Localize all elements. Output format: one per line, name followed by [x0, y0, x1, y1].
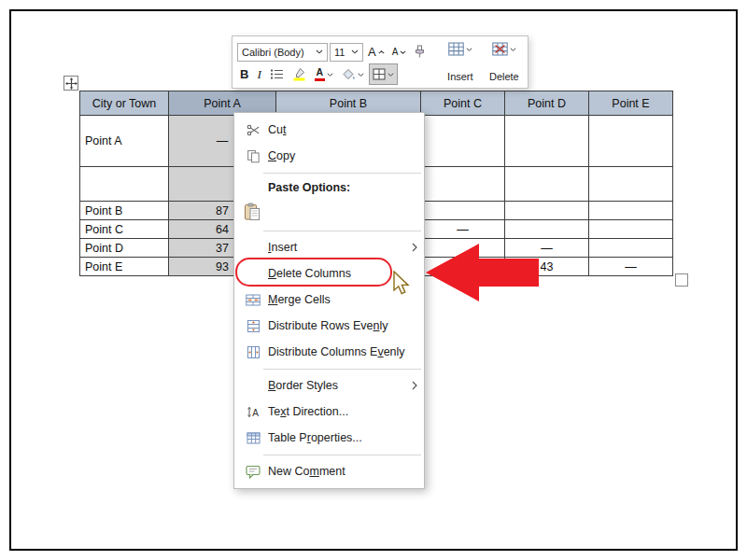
- value-cell[interactable]: [589, 239, 673, 258]
- menu-item-label: Table Properties...: [268, 431, 362, 444]
- highlight-circle-annotation: [235, 258, 392, 287]
- menu-item-insert[interactable]: Insert: [235, 234, 423, 260]
- menu-item-label: New Comment: [268, 465, 345, 478]
- submenu-arrow-icon: [412, 381, 417, 390]
- chevron-down-icon: [510, 48, 516, 51]
- merge-cells-icon: [243, 293, 263, 307]
- value-cell[interactable]: [589, 220, 673, 239]
- row-label-point-c[interactable]: Point C: [80, 220, 169, 239]
- menu-separator: [263, 369, 421, 370]
- font-color-button[interactable]: A: [312, 64, 336, 84]
- shading-bucket-icon: [342, 68, 356, 81]
- mini-toolbar: Calibri (Body) 11 A A: [232, 35, 529, 89]
- table-properties-icon: [243, 431, 263, 445]
- value-cell[interactable]: —: [589, 258, 673, 276]
- menu-item-label: Text Direction...: [268, 405, 348, 418]
- column-header-city-or-town[interactable]: City or Town: [80, 91, 169, 116]
- insert-button[interactable]: Insert: [438, 38, 482, 86]
- menu-item-border-styles[interactable]: Border Styles: [235, 372, 423, 399]
- chevron-down-icon: [466, 48, 472, 51]
- menu-item-new-comment[interactable]: New Comment: [235, 458, 423, 484]
- value-cell[interactable]: [505, 116, 589, 167]
- row-label-point-a[interactable]: Point A: [80, 116, 169, 167]
- font-size-value: 11: [334, 47, 345, 58]
- menu-item-label: Insert: [268, 241, 297, 254]
- format-painter-icon: [414, 45, 426, 59]
- value-cell[interactable]: [421, 202, 505, 220]
- bullets-button[interactable]: [267, 64, 287, 84]
- menu-section-paste-options: Paste Options:: [235, 176, 423, 199]
- menu-item-table-properties[interactable]: Table Properties...: [235, 425, 423, 451]
- highlight-color-button[interactable]: [289, 64, 309, 84]
- chevron-down-icon: [351, 49, 359, 54]
- move-cross-icon: [65, 77, 78, 90]
- highlighter-icon: [292, 67, 306, 81]
- menu-separator: [263, 231, 421, 231]
- shrink-font-label: A: [392, 48, 399, 57]
- table-move-handle[interactable]: [63, 76, 78, 91]
- borders-button[interactable]: [370, 64, 397, 84]
- menu-item-copy[interactable]: Copy: [235, 143, 423, 169]
- value-cell[interactable]: [421, 116, 505, 167]
- menu-item-distribute-rows-evenly[interactable]: Distribute Rows Evenly: [235, 313, 423, 339]
- delete-button-label: Delete: [489, 71, 519, 82]
- chevron-down-icon: [388, 73, 394, 77]
- menu-item-label: Distribute Rows Evenly: [268, 319, 388, 332]
- value-cell[interactable]: [421, 167, 505, 202]
- menu-item-label: Border Styles: [268, 379, 338, 392]
- caret-up-icon: [378, 50, 385, 54]
- text-direction-icon: A: [243, 405, 263, 419]
- value-cell[interactable]: [505, 220, 589, 239]
- font-name-value: Calibri (Body): [242, 47, 304, 58]
- row-label-point-e[interactable]: Point E: [80, 258, 169, 276]
- value-cell[interactable]: [589, 167, 673, 202]
- mini-toolbar-right: Insert Delete: [436, 36, 528, 88]
- chevron-down-icon: [358, 73, 364, 77]
- menu-item-label: Copy: [268, 149, 295, 162]
- grow-font-button[interactable]: A: [365, 42, 388, 62]
- borders-grid-icon: [373, 68, 386, 80]
- chevron-down-icon: [327, 73, 333, 77]
- value-cell[interactable]: —: [421, 220, 505, 239]
- grow-font-label: A: [368, 46, 376, 58]
- column-header-point-e[interactable]: Point E: [589, 91, 673, 116]
- menu-separator: [263, 455, 421, 455]
- paste-option-button[interactable]: [235, 199, 423, 227]
- table-resize-handle[interactable]: [675, 273, 688, 287]
- context-menu: CutCopyPaste Options:InsertDelete Column…: [233, 112, 425, 489]
- delete-table-icon: [492, 42, 508, 56]
- svg-text:A: A: [252, 407, 259, 417]
- value-cell[interactable]: [505, 202, 589, 220]
- value-cell[interactable]: [589, 116, 673, 167]
- menu-item-text-direction[interactable]: AText Direction...: [235, 399, 423, 425]
- insert-button-label: Insert: [447, 71, 473, 82]
- menu-item-distribute-columns-evenly[interactable]: Distribute Columns Evenly: [235, 339, 423, 365]
- menu-separator: [263, 173, 421, 174]
- copy-icon: [243, 149, 263, 163]
- column-header-point-d[interactable]: Point D: [505, 91, 589, 116]
- insert-table-icon: [448, 42, 464, 56]
- submenu-arrow-icon: [412, 243, 417, 252]
- value-cell[interactable]: [589, 202, 673, 220]
- delete-button[interactable]: Delete: [482, 38, 526, 86]
- column-header-point-c[interactable]: Point C: [421, 91, 505, 116]
- font-name-combo[interactable]: Calibri (Body): [237, 43, 328, 62]
- row-label-empty[interactable]: [80, 167, 169, 202]
- shading-button[interactable]: [339, 64, 367, 84]
- caret-down-icon: [400, 50, 406, 54]
- menu-item-label: Merge Cells: [268, 293, 331, 306]
- format-painter-button[interactable]: [411, 42, 429, 62]
- paste-icon: [243, 203, 261, 224]
- bullets-icon: [270, 68, 284, 80]
- value-cell[interactable]: [505, 167, 589, 202]
- row-label-point-d[interactable]: Point D: [80, 239, 169, 258]
- row-label-point-b[interactable]: Point B: [80, 202, 169, 220]
- font-size-combo[interactable]: 11: [330, 43, 363, 62]
- bold-button[interactable]: B: [237, 64, 251, 84]
- menu-item-cut[interactable]: Cut: [235, 117, 423, 143]
- italic-button[interactable]: I: [254, 64, 264, 84]
- shrink-font-button[interactable]: A: [389, 42, 410, 62]
- mini-toolbar-left: Calibri (Body) 11 A A: [233, 36, 432, 88]
- font-color-icon: A: [315, 67, 325, 81]
- distribute-rows-icon: [243, 319, 263, 333]
